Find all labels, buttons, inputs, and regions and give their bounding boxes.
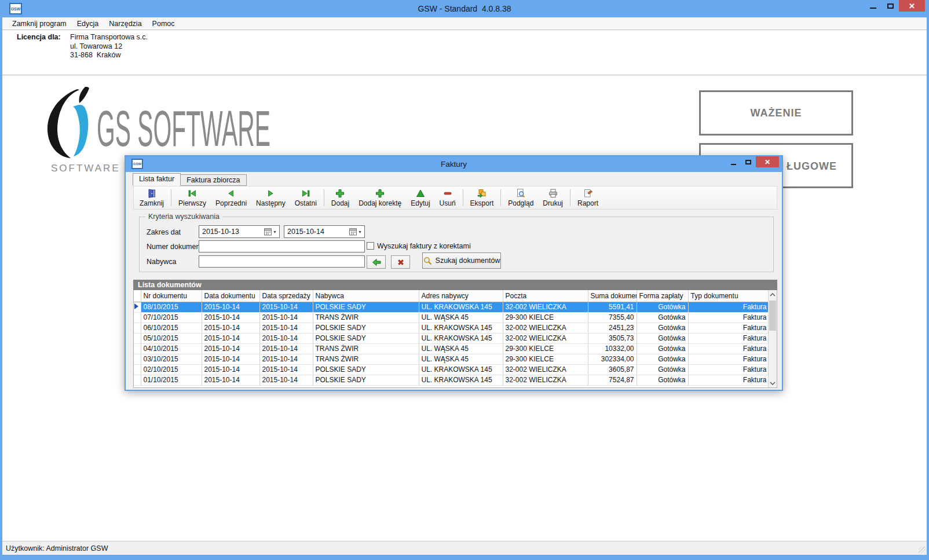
resize-grip-icon[interactable] — [919, 547, 926, 554]
dropdown-arrow-icon: ▼ — [273, 230, 277, 234]
faktury-close-button[interactable]: ✕ — [756, 156, 779, 167]
cell-forma-zaplaty: Gotówka — [637, 375, 688, 385]
table-row[interactable]: 04/10/2015 2015-10-14 2015-10-14 TRANS Ż… — [134, 343, 769, 354]
faktury-minimize-button[interactable] — [726, 156, 741, 167]
chevron-down-icon — [770, 382, 776, 385]
menu-narzedzia[interactable]: Narzędzia — [104, 20, 147, 28]
buyer-input[interactable] — [199, 255, 365, 268]
menu-zamknij-program[interactable]: Zamknij program — [7, 20, 72, 28]
col-typ-dokumentu[interactable]: Typ dokumentu — [688, 290, 769, 302]
date-from-picker[interactable]: 2015-10-13 ▼ — [199, 225, 280, 238]
edytuj-button[interactable]: Edytuj — [406, 187, 434, 208]
cell-nabywca: POLSKIE SADY — [313, 375, 419, 385]
buyer-label: Nabywca — [147, 258, 176, 266]
eksport-button[interactable]: Eksport — [466, 187, 499, 208]
szukaj-dokumentow-button[interactable]: Szukaj dokumentów — [422, 252, 501, 269]
cell-nabywca: POLSKIE SADY — [313, 364, 419, 375]
cell-data-sprzedazy: 2015-10-14 — [259, 354, 313, 364]
table-row[interactable]: 07/10/2015 2015-10-14 2015-10-14 TRANS Ż… — [134, 312, 769, 323]
wazenie-button[interactable]: WAŻENIE — [699, 90, 853, 136]
vertical-scrollbar[interactable] — [768, 290, 777, 387]
cell-nabywca: POLSKIE SADY — [313, 302, 419, 312]
ostatni-button[interactable]: Ostatni — [290, 187, 321, 208]
zamknij-button[interactable]: Zamknij — [135, 187, 169, 208]
col-data-sprzedazy[interactable]: Data sprzedaży — [259, 290, 313, 302]
scrollbar-thumb[interactable] — [769, 301, 776, 331]
table-row[interactable]: 08/10/2015 2015-10-14 2015-10-14 POLSKIE… — [134, 302, 769, 312]
cell-suma-dokumentu: 2451,23 — [588, 323, 637, 333]
date-to-picker[interactable]: 2015-10-14 ▼ — [284, 225, 365, 238]
col-nr-dokumentu[interactable]: Nr dokumentu — [141, 290, 202, 302]
table-row[interactable]: 02/10/2015 2015-10-14 2015-10-14 POLSKIE… — [134, 364, 769, 375]
button-label: Ostatni — [295, 199, 317, 207]
poprzedni-button[interactable]: Poprzedni — [211, 187, 251, 208]
table-row[interactable]: 01/10/2015 2015-10-14 2015-10-14 POLSKIE… — [134, 375, 769, 385]
logo-swoosh-blue — [73, 105, 88, 156]
cell-typ-dokumentu: Faktura — [688, 375, 769, 385]
close-icon: ✕ — [765, 158, 770, 166]
door-icon — [147, 188, 157, 199]
scroll-down-button[interactable] — [769, 379, 777, 387]
back-arrow-button[interactable] — [367, 255, 386, 269]
cell-nr-dokumentu: 06/10/2015 — [141, 323, 202, 333]
cell-adres-nabywcy: UL. WĄSKA 45 — [419, 312, 503, 323]
cell-poczta: 29-300 KIELCE — [503, 354, 588, 364]
table-row[interactable]: 03/10/2015 2015-10-14 2015-10-14 TRANS Ż… — [134, 354, 769, 364]
faktury-tabs: Lista faktur Faktura zbiorcza — [133, 173, 247, 186]
cell-data-dokumentu: 2015-10-14 — [202, 354, 259, 364]
dodaj-korekte-button[interactable]: Dodaj korektę — [354, 187, 406, 208]
window-frame-right — [927, 17, 929, 560]
col-forma-zaplaty[interactable]: Forma zapłaty — [637, 290, 688, 302]
row-selector-gutter — [134, 354, 141, 364]
nastepny-button[interactable]: Następny — [251, 187, 290, 208]
menu-edycja[interactable]: Edycja — [72, 20, 104, 28]
close-icon: ✕ — [909, 2, 915, 10]
col-adres-nabywcy[interactable]: Adres nabywcy — [419, 290, 503, 302]
menu-pomoc[interactable]: Pomoc — [147, 20, 180, 28]
col-poczta[interactable]: Poczta — [503, 290, 588, 302]
table-row[interactable]: 06/10/2015 2015-10-14 2015-10-14 POLSKIE… — [134, 323, 769, 333]
col-suma-dokumentu[interactable]: Suma dokumentu — [588, 290, 637, 302]
maximize-button[interactable] — [882, 0, 899, 12]
row-selector-gutter — [134, 302, 141, 312]
clear-button[interactable] — [391, 255, 410, 269]
search-icon — [423, 257, 432, 265]
document-number-input[interactable] — [199, 240, 365, 252]
faktury-maximize-button[interactable] — [741, 156, 756, 167]
drukuj-button[interactable]: Drukuj — [538, 187, 568, 208]
green-left-arrow-icon — [372, 258, 381, 266]
korekty-checkbox[interactable] — [367, 242, 374, 250]
list-header-label: Lista dokumentów — [138, 281, 202, 289]
minimize-button[interactable] — [864, 0, 882, 12]
close-button[interactable]: ✕ — [899, 0, 925, 12]
scroll-up-button[interactable] — [769, 290, 777, 299]
lista-dokumentow-header: Lista dokumentów — [133, 280, 777, 290]
pierwszy-button[interactable]: Pierwszy — [174, 187, 211, 208]
dodaj-button[interactable]: Dodaj — [327, 187, 354, 208]
first-record-icon — [187, 188, 197, 199]
cell-data-sprzedazy: 2015-10-14 — [259, 333, 313, 343]
table-row[interactable]: 05/10/2015 2015-10-14 2015-10-14 POLSKIE… — [134, 333, 769, 343]
edit-icon — [415, 188, 426, 199]
col-nabywca[interactable]: Nabywca — [313, 290, 419, 302]
minimize-icon — [870, 8, 876, 9]
tab-lista-faktur[interactable]: Lista faktur — [133, 173, 181, 186]
invoice-table-body: 08/10/2015 2015-10-14 2015-10-14 POLSKIE… — [134, 302, 769, 385]
cell-data-sprzedazy: 2015-10-14 — [259, 302, 313, 312]
toolbar-separator — [171, 189, 171, 206]
wazenie-label: WAŻENIE — [750, 107, 802, 119]
col-data-dokumentu[interactable]: Data dokumentu — [202, 290, 259, 302]
cell-data-sprzedazy: 2015-10-14 — [259, 343, 313, 354]
row-selector-gutter — [134, 323, 141, 333]
button-label: Pierwszy — [178, 199, 206, 207]
usun-button[interactable]: Usuń — [435, 187, 460, 208]
main-titlebar: GSW GSW - Standard 4.0.8.38 ✕ — [0, 0, 929, 17]
main-window-controls: ✕ — [864, 0, 925, 12]
cell-data-dokumentu: 2015-10-14 — [202, 323, 259, 333]
tab-faktura-zbiorcza[interactable]: Faktura zbiorcza — [181, 174, 246, 186]
cell-nr-dokumentu: 02/10/2015 — [141, 364, 202, 375]
raport-button[interactable]: Raport — [573, 187, 603, 208]
podglad-button[interactable]: Podgląd — [503, 187, 538, 208]
cell-nabywca: TRANS ŻWIR — [313, 354, 419, 364]
gs-software-logo: GS SOFTWARE — [43, 87, 275, 162]
